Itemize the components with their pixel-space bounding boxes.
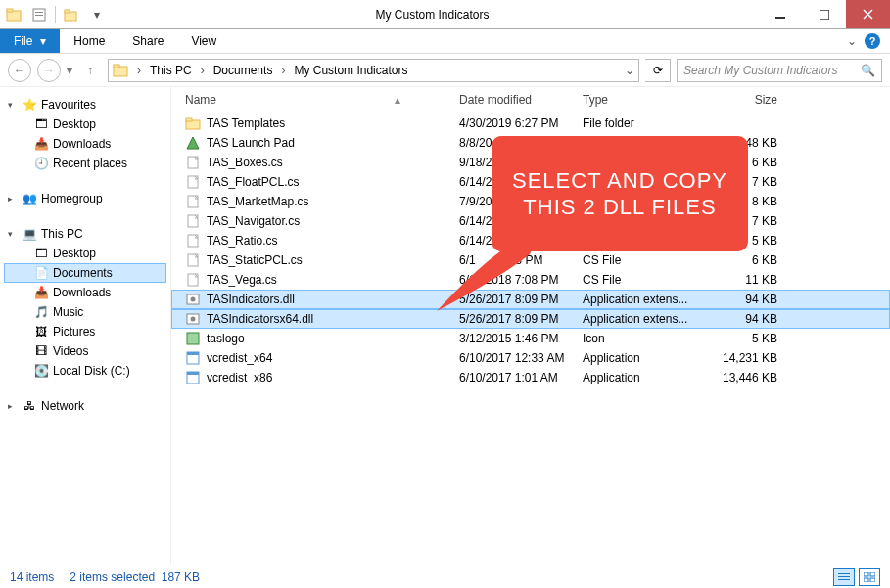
column-size[interactable]: Size xyxy=(705,93,797,107)
svg-rect-27 xyxy=(187,352,199,355)
file-name: TAS_MarketMap.cs xyxy=(207,195,308,208)
nav-pc-documents[interactable]: 📄Documents xyxy=(4,263,166,283)
nav-fav-desktop[interactable]: 🗔Desktop xyxy=(4,114,166,134)
nav-pc-videos[interactable]: 🎞Videos xyxy=(4,341,166,361)
nav-fav-downloads[interactable]: 📥Downloads xyxy=(4,134,166,154)
up-button[interactable]: ↑ xyxy=(78,59,102,82)
properties-icon[interactable] xyxy=(29,5,49,24)
svg-rect-29 xyxy=(187,372,199,375)
nav-pc-desktop[interactable]: 🗔Desktop xyxy=(4,244,166,263)
file-rows: TAS Templates4/30/2019 6:27 PMFile folde… xyxy=(171,113,890,565)
nav-pc-localdisk[interactable]: 💽Local Disk (C:) xyxy=(4,361,166,381)
file-type: Application extens... xyxy=(583,312,705,326)
file-date: 5/26/2017 8:09 PM xyxy=(459,312,583,326)
computer-icon: 💻 xyxy=(22,226,37,242)
table-row[interactable]: TAS_Vega.cs6/14/2018 7:08 PMCS File11 KB xyxy=(171,270,890,290)
column-type[interactable]: Type xyxy=(583,93,705,107)
file-name: taslogo xyxy=(207,332,245,345)
column-headers: Name▴ Date modified Type Size xyxy=(171,87,890,113)
star-icon: ⭐ xyxy=(22,97,37,113)
file-date: 9/18/2 xyxy=(459,156,583,169)
search-box[interactable]: Search My Custom Indicators 🔍 xyxy=(677,59,882,82)
table-row[interactable]: TAS Launch Pad8/8/2048 KB xyxy=(171,133,890,153)
column-name[interactable]: Name▴ xyxy=(175,93,459,107)
breadcrumb[interactable]: This PC Documents My Custom Indicators ⌄ xyxy=(108,59,639,82)
nav-pc-music[interactable]: 🎵Music xyxy=(4,302,166,322)
table-row[interactable]: taslogo3/12/2015 1:46 PMIcon5 KB xyxy=(171,329,890,348)
window-title: My Custom Indicators xyxy=(107,0,758,28)
file-name: TAS Templates xyxy=(207,116,285,130)
history-chevron-icon[interactable]: ▾ xyxy=(67,64,72,77)
ribbon-file-tab[interactable]: File▾ xyxy=(0,29,60,53)
file-name: TAS_Boxes.cs xyxy=(207,156,283,169)
status-selection: 2 items selected 187 KB xyxy=(70,570,200,584)
crumb-thispc[interactable]: This PC xyxy=(150,64,192,77)
nav-homegroup[interactable]: ▸👥Homegroup xyxy=(4,189,166,208)
file-type: Application xyxy=(583,351,705,365)
file-name: vcredist_x86 xyxy=(207,371,272,384)
file-name: TAS_StaticPCL.cs xyxy=(207,253,303,267)
crumb-documents[interactable]: Documents xyxy=(213,64,273,77)
file-list: Name▴ Date modified Type Size TAS Templa… xyxy=(171,87,890,565)
qat-chevron-icon[interactable]: ▾ xyxy=(87,5,107,24)
file-size: 7 KB xyxy=(705,214,797,228)
details-view-button[interactable] xyxy=(833,568,855,586)
svg-rect-33 xyxy=(864,572,868,576)
table-row[interactable]: TAS_MarketMap.cs7/9/208 KB xyxy=(171,192,890,211)
ribbon-share-tab[interactable]: Share xyxy=(118,29,177,53)
table-row[interactable]: TAS_Navigator.cs6/14/27 KB xyxy=(171,211,890,231)
maximize-button[interactable] xyxy=(802,0,846,28)
crumb-current[interactable]: My Custom Indicators xyxy=(294,64,407,77)
table-row[interactable]: TAS_FloatPCL.cs6/14/27 KB xyxy=(171,172,890,192)
nav-pc-downloads[interactable]: 📥Downloads xyxy=(4,283,166,302)
file-size: 6 KB xyxy=(705,253,797,267)
navigation-pane: ▾⭐Favourites 🗔Desktop 📥Downloads 🕘Recent… xyxy=(0,87,171,565)
svg-rect-35 xyxy=(864,578,868,582)
table-row[interactable]: TASIndicators.dll5/26/2017 8:09 PMApplic… xyxy=(171,290,890,309)
nav-network[interactable]: ▸🖧Network xyxy=(4,396,166,416)
back-button[interactable]: ← xyxy=(8,59,31,82)
thumbnails-view-button[interactable] xyxy=(859,568,880,586)
refresh-button[interactable]: ⟳ xyxy=(645,59,671,82)
help-icon[interactable]: ? xyxy=(865,33,880,49)
column-date[interactable]: Date modified xyxy=(459,93,583,107)
file-size: 6 KB xyxy=(705,156,797,169)
quick-access-toolbar: ▾ xyxy=(0,0,107,28)
main-area: ▾⭐Favourites 🗔Desktop 📥Downloads 🕘Recent… xyxy=(0,87,890,565)
nav-favourites[interactable]: ▾⭐Favourites xyxy=(4,95,166,114)
ribbon-home-tab[interactable]: Home xyxy=(60,29,118,53)
svg-rect-34 xyxy=(870,572,875,576)
file-date: 3/12/2015 1:46 PM xyxy=(459,332,583,345)
network-icon: 🖧 xyxy=(22,398,37,414)
table-row[interactable]: vcredist_x646/10/2017 12:33 AMApplicatio… xyxy=(171,348,890,368)
table-row[interactable]: TAS_StaticPCL.cs6/1xxxx7:08 PMCS File6 K… xyxy=(171,250,890,270)
forward-button[interactable]: → xyxy=(37,59,61,82)
table-row[interactable]: TAS Templates4/30/2019 6:27 PMFile folde… xyxy=(171,113,890,133)
table-row[interactable]: TAS_Ratio.cs6/14/25 KB xyxy=(171,231,890,250)
svg-rect-3 xyxy=(35,12,43,13)
file-type: CS File xyxy=(583,253,705,267)
file-name: TASIndicators.dll xyxy=(207,293,295,306)
table-row[interactable]: vcredist_x866/10/2017 1:01 AMApplication… xyxy=(171,368,890,387)
file-icon xyxy=(185,174,201,190)
file-icon xyxy=(185,252,201,268)
folder-icon xyxy=(113,63,128,78)
address-chevron-icon[interactable]: ⌄ xyxy=(625,64,634,77)
file-icon xyxy=(185,331,201,346)
nav-fav-recent[interactable]: 🕘Recent places xyxy=(4,154,166,173)
ribbon-view-tab[interactable]: View xyxy=(177,29,230,53)
nav-thispc[interactable]: ▾💻This PC xyxy=(4,224,166,244)
file-icon xyxy=(185,135,201,151)
nav-pc-pictures[interactable]: 🖼Pictures xyxy=(4,322,166,341)
table-row[interactable]: TASIndicatorsx64.dll5/26/2017 8:09 PMApp… xyxy=(171,309,890,329)
file-size: 13,446 KB xyxy=(705,371,797,384)
ribbon-expand-icon[interactable]: ⌄ xyxy=(847,34,857,48)
svg-rect-6 xyxy=(65,10,70,13)
file-type: CS File xyxy=(583,273,705,287)
table-row[interactable]: TAS_Boxes.cs9/18/26 KB xyxy=(171,153,890,172)
close-button[interactable] xyxy=(846,0,890,28)
new-folder-icon[interactable] xyxy=(62,5,81,24)
file-name: TAS Launch Pad xyxy=(207,136,295,150)
file-name: TASIndicatorsx64.dll xyxy=(207,312,313,326)
minimize-button[interactable] xyxy=(758,0,802,28)
